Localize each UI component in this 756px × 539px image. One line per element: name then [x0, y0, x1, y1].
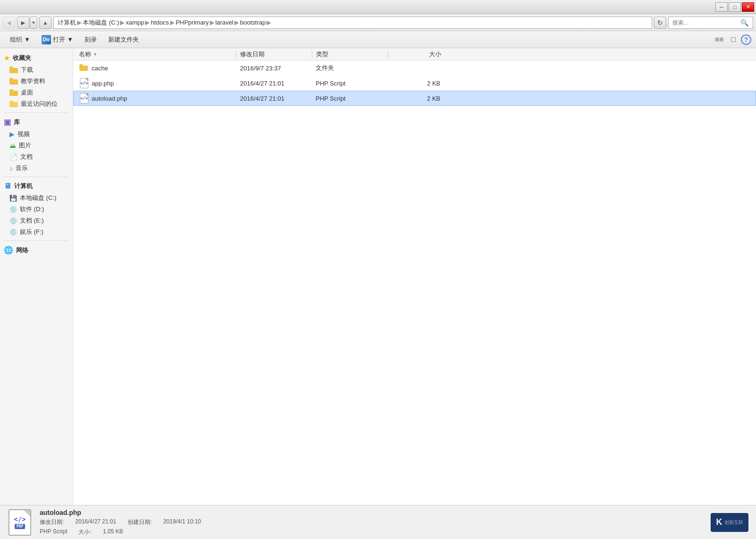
library-group-label: ▣ 库 — [0, 116, 73, 128]
path-segment: 本地磁盘 (C:) — [83, 18, 119, 27]
computer-group-label: 🖥 计算机 — [0, 180, 73, 192]
new-folder-label: 新建文件夹 — [108, 35, 139, 44]
drive-f-icon: 💿 — [9, 229, 17, 236]
column-header: 名称 ▼ 修改日期 类型 大小 — [73, 48, 756, 60]
sidebar-divider-3 — [4, 240, 69, 241]
path-separator: ▶ — [145, 19, 150, 26]
sidebar-library-section: ▣ 库 ▶ 视频 ⛰ 图片 📄 文档 ♪ 音乐 — [0, 116, 73, 174]
table-row[interactable]: cache 2016/9/7 23:37 文件夹 — [73, 60, 756, 76]
organize-button[interactable]: 组织 ▼ — [5, 33, 35, 46]
help-button[interactable]: ? — [741, 34, 751, 45]
sidebar-divider-2 — [4, 177, 69, 177]
forward-button[interactable]: ► — [17, 17, 29, 29]
search-box[interactable]: 🔍 — [668, 17, 753, 29]
table-row[interactable]: </> autoload.php 2016/4/27 21:01 PHP Scr… — [73, 91, 756, 106]
new-folder-button[interactable]: 新建文件夹 — [103, 33, 144, 46]
network-group-label: 🌐 网络 — [0, 244, 73, 257]
sidebar-item-drive-e[interactable]: 💿 文档 (E:) — [0, 215, 73, 226]
computer-icon: 🖥 — [4, 182, 11, 190]
open-button[interactable]: Dw 打开 ▼ — [36, 33, 78, 46]
dw-icon: Dw — [42, 35, 51, 44]
nav-dropdown-button[interactable]: ▼ — [30, 17, 37, 29]
status-modified-label: 修改日期: — [40, 518, 64, 526]
open-arrow: ▼ — [67, 36, 73, 43]
music-icon: ♪ — [9, 164, 13, 172]
photo-icon: ⛰ — [9, 142, 16, 149]
sidebar-item-desktop[interactable]: 桌面 — [0, 87, 73, 98]
close-button[interactable]: ✕ — [742, 2, 754, 12]
sidebar-item-drive-d[interactable]: 💿 软件 (D:) — [0, 204, 73, 215]
status-type: PHP Script — [40, 528, 67, 536]
php-file-icon: </> — [79, 93, 89, 103]
brand-logo: K 创新互联 — [711, 513, 748, 532]
column-date[interactable]: 修改日期 — [236, 50, 312, 59]
minimize-button[interactable]: ─ — [715, 2, 728, 12]
sidebar-divider-1 — [4, 112, 69, 113]
brand-text: 创新互联 — [724, 519, 743, 526]
file-date-cell: 2016/4/27 21:01 — [236, 80, 312, 87]
maximize-button[interactable]: □ — [729, 2, 741, 12]
file-type-cell: PHP Script — [312, 95, 387, 102]
brand-k: K — [716, 517, 722, 527]
burn-button[interactable]: 刻录 — [79, 33, 102, 46]
sidebar-item-video[interactable]: ▶ 视频 — [0, 128, 73, 140]
sidebar-favorites-section: ★ 收藏夹 下载 教学资料 桌面 最近访问的位 — [0, 52, 73, 110]
sidebar-item-downloads[interactable]: 下载 — [0, 64, 73, 76]
view-details-button[interactable]: ≡≡ — [713, 33, 726, 46]
sidebar-item-music[interactable]: ♪ 音乐 — [0, 163, 73, 174]
video-icon: ▶ — [9, 130, 15, 138]
sidebar-item-teaching[interactable]: 教学资料 — [0, 76, 73, 87]
sidebar-item-photos[interactable]: ⛰ 图片 — [0, 140, 73, 151]
favorites-group-label: ★ 收藏夹 — [0, 52, 73, 64]
burn-label: 刻录 — [85, 35, 97, 44]
search-input[interactable] — [672, 19, 739, 26]
sidebar-item-recent[interactable]: 最近访问的位 — [0, 98, 73, 110]
column-name[interactable]: 名称 ▼ — [75, 50, 236, 59]
status-file-icon: </> PHP — [8, 510, 32, 535]
organize-label: 组织 — [10, 35, 22, 44]
status-meta2: PHP Script 大小: 1.05 KB — [40, 528, 201, 536]
recent-icon — [9, 101, 18, 107]
file-name-cell: cache — [76, 64, 236, 72]
toolbar: 组织 ▼ Dw 打开 ▼ 刻录 新建文件夹 ≡≡ □ ? — [0, 31, 756, 48]
library-icon: ▣ — [4, 118, 11, 127]
path-separator: ▶ — [234, 19, 239, 26]
file-name-cell: </> autoload.php — [76, 93, 236, 103]
drive-e-icon: 💿 — [9, 217, 17, 224]
status-bar: </> PHP autoload.php 修改日期: 2016/4/27 21:… — [0, 505, 756, 539]
network-icon: 🌐 — [4, 246, 13, 255]
table-row[interactable]: </> app.php 2016/4/27 21:01 PHP Script 2… — [73, 76, 756, 91]
folder-icon — [9, 67, 18, 73]
folder-icon — [9, 78, 18, 85]
path-segment: laravel — [215, 19, 233, 26]
file-date-cell: 2016/4/27 21:01 — [236, 95, 312, 102]
status-meta: 修改日期: 2016/4/27 21:01 创建日期: 2019/4/1 10:… — [40, 518, 201, 526]
address-path[interactable]: 计算机 ▶ 本地磁盘 (C:) ▶ xampp ▶ htdocs ▶ PHPpr… — [53, 17, 652, 29]
drive-d-icon: 💿 — [9, 206, 17, 213]
back-button[interactable]: ◄ — [3, 17, 15, 29]
php-file-icon: </> — [79, 78, 89, 88]
sidebar: ★ 收藏夹 下载 教学资料 桌面 最近访问的位 — [0, 48, 73, 505]
up-button[interactable]: ▲ — [39, 17, 52, 29]
path-separator: ▶ — [120, 19, 125, 26]
main-area: ★ 收藏夹 下载 教学资料 桌面 最近访问的位 — [0, 48, 756, 505]
title-bar: ─ □ ✕ — [0, 0, 756, 14]
file-name-cell: </> app.php — [76, 78, 236, 88]
file-list: cache 2016/9/7 23:37 文件夹 </> app.php 201… — [73, 60, 756, 505]
column-type[interactable]: 类型 — [312, 50, 388, 59]
status-filename: autoload.php — [40, 509, 201, 516]
file-area: 名称 ▼ 修改日期 类型 大小 cache — [73, 48, 756, 505]
path-separator: ▶ — [170, 19, 175, 26]
sidebar-item-drive-f[interactable]: 💿 娱乐 (F:) — [0, 226, 73, 238]
sidebar-item-documents[interactable]: 📄 文档 — [0, 151, 73, 163]
sidebar-item-drive-c[interactable]: 💾 本地磁盘 (C:) — [0, 192, 73, 204]
refresh-button[interactable]: ↻ — [654, 17, 666, 29]
path-separator: ▶ — [266, 19, 271, 26]
view-toggle-button[interactable]: □ — [727, 33, 740, 46]
file-type-cell: 文件夹 — [312, 64, 387, 72]
path-segment: bootstrap — [240, 19, 266, 26]
column-size[interactable]: 大小 — [388, 50, 445, 59]
sort-arrow: ▼ — [93, 52, 97, 57]
status-modified: 2016/4/27 21:01 — [75, 518, 116, 526]
status-created-label: 创建日期: — [128, 518, 152, 526]
